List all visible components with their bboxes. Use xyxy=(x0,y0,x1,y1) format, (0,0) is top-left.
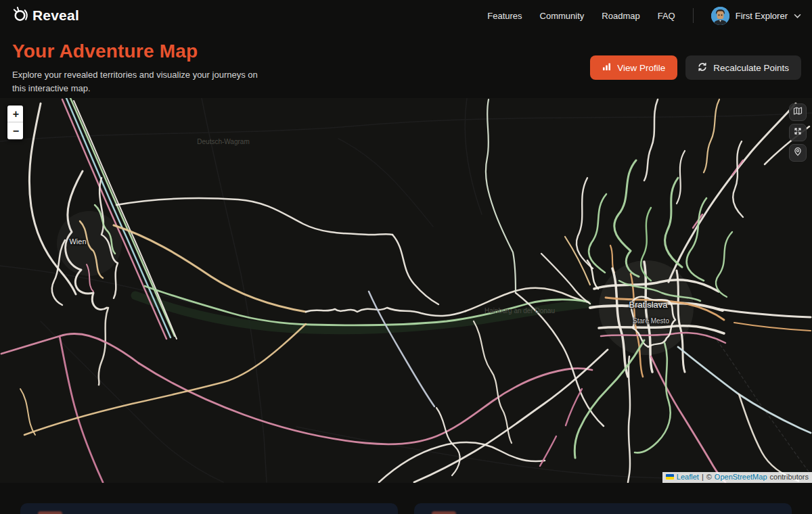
expand-icon xyxy=(793,126,803,139)
fullscreen-button[interactable] xyxy=(789,124,807,141)
user-name: First Explorer xyxy=(736,11,788,21)
page-header: Your Adventure Map Explore your revealed… xyxy=(0,31,812,98)
page-subtitle: Explore your revealed territories and vi… xyxy=(12,68,259,95)
nav-link-roadmap[interactable]: Roadmap xyxy=(602,11,639,21)
locate-button[interactable] xyxy=(789,144,807,162)
view-profile-label: View Profile xyxy=(617,63,665,73)
zoom-out-button[interactable]: − xyxy=(7,122,24,139)
navbar: Reveal Features Community Roadmap FAQ Fi… xyxy=(0,0,812,31)
nav-link-faq[interactable]: FAQ xyxy=(658,11,675,21)
nav-link-community[interactable]: Community xyxy=(540,11,585,21)
location-pin-icon xyxy=(793,147,803,159)
card-accent-glow xyxy=(38,511,62,514)
layers-button[interactable] xyxy=(789,103,807,121)
track-layer xyxy=(0,98,812,483)
view-profile-button[interactable]: View Profile xyxy=(590,55,677,80)
osm-link[interactable]: OpenStreetMap xyxy=(715,473,767,482)
bar-chart-icon xyxy=(602,62,611,73)
ukraine-flag-icon xyxy=(666,474,674,480)
map-controls xyxy=(789,103,807,162)
recalculate-points-label: Recalculate Points xyxy=(713,63,789,73)
brand-name: Reveal xyxy=(32,7,79,24)
zoom-in-button[interactable]: + xyxy=(7,106,24,122)
stats-card-right xyxy=(414,503,792,514)
user-menu[interactable]: First Explorer xyxy=(711,7,801,25)
recalculate-points-button[interactable]: Recalculate Points xyxy=(685,55,801,80)
page-title: Your Adventure Map xyxy=(12,41,259,62)
map-attribution: Leaflet | © OpenStreetMap contributors xyxy=(662,472,812,483)
nav-divider xyxy=(693,8,694,23)
attribution-suffix: contributors xyxy=(770,473,809,482)
copyright-symbol: © xyxy=(706,473,712,482)
reveal-logo-icon xyxy=(11,5,29,26)
stats-section xyxy=(0,483,812,514)
brand-logo[interactable]: Reveal xyxy=(11,5,79,26)
card-accent-glow xyxy=(432,511,456,514)
stats-card-left xyxy=(20,503,398,514)
map-layers-icon xyxy=(793,106,803,118)
zoom-control: + − xyxy=(7,105,24,140)
leaflet-link[interactable]: Leaflet xyxy=(677,473,699,482)
adventure-map[interactable]: WienBratislavaStaré MestoDeutsch-WagramH… xyxy=(0,98,812,483)
chevron-down-icon xyxy=(794,9,801,22)
attribution-divider: | xyxy=(702,473,704,482)
refresh-icon xyxy=(698,62,707,74)
avatar xyxy=(711,7,729,25)
nav-link-features[interactable]: Features xyxy=(487,11,522,21)
